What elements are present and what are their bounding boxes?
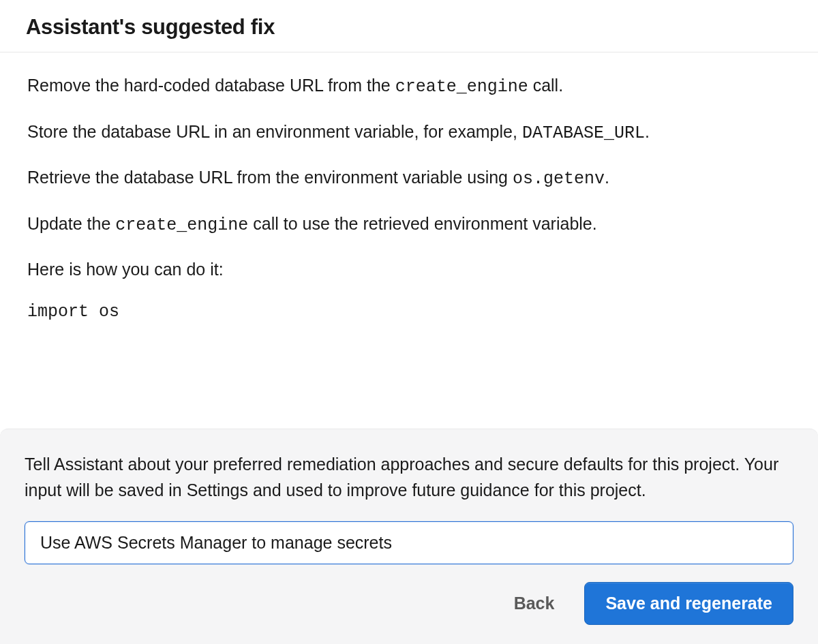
text-fragment: call. [528, 76, 563, 95]
code-inline-os-getenv: os.getenv [513, 169, 605, 189]
suggestion-paragraph-3: Retrieve the database URL from the envir… [27, 165, 791, 192]
text-fragment: . [605, 168, 609, 187]
text-fragment: Store the database URL in an environment… [27, 122, 522, 141]
suggestion-paragraph-4: Update the create_engine call to use the… [27, 211, 791, 239]
code-inline-create-engine: create_engine [395, 77, 528, 97]
text-fragment: Update the [27, 214, 115, 233]
save-and-regenerate-button[interactable]: Save and regenerate [584, 582, 793, 625]
text-fragment: Remove the hard-coded database URL from … [27, 76, 395, 95]
panel-description: Tell Assistant about your preferred reme… [25, 451, 793, 504]
feedback-panel: Tell Assistant about your preferred reme… [0, 429, 818, 645]
suggestion-paragraph-2: Store the database URL in an environment… [27, 119, 791, 147]
suggestion-text: Remove the hard-coded database URL from … [27, 73, 791, 322]
remediation-preference-input[interactable] [25, 521, 793, 564]
suggested-fix-content: Remove the hard-coded database URL from … [0, 52, 818, 325]
header: Assistant's suggested fix [0, 0, 818, 52]
page-title: Assistant's suggested fix [26, 15, 792, 40]
text-fragment: . [645, 122, 650, 141]
suggestion-paragraph-5: Here is how you can do it: [27, 257, 791, 283]
code-inline-create-engine: create_engine [115, 215, 248, 235]
panel-actions: Back Save and regenerate [25, 582, 793, 625]
text-fragment: call to use the retrieved environment va… [248, 214, 596, 233]
text-fragment: Retrieve the database URL from the envir… [27, 168, 513, 187]
suggestion-paragraph-1: Remove the hard-coded database URL from … [27, 73, 791, 100]
code-block-line: import os [27, 302, 791, 322]
code-inline-database-url: DATABASE_URL [522, 123, 645, 143]
back-button[interactable]: Back [509, 591, 560, 616]
